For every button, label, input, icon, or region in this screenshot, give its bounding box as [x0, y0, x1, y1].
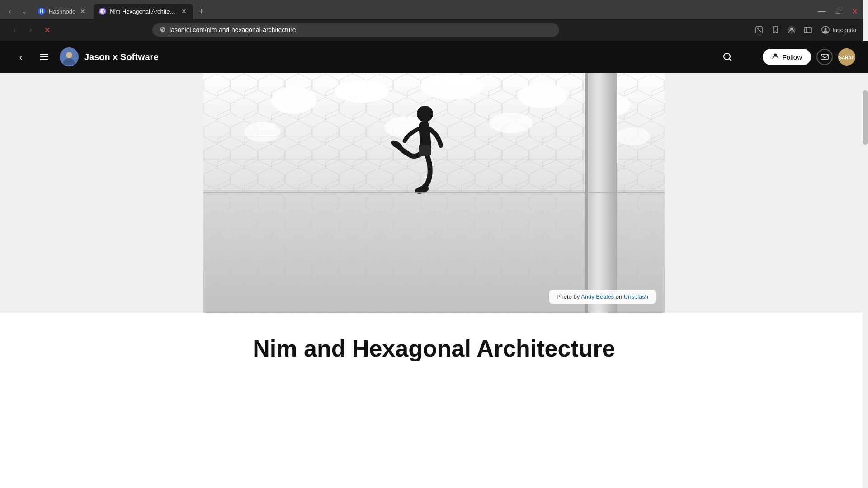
svg-point-33: [244, 122, 280, 142]
bookmark-icon[interactable]: [768, 23, 783, 37]
no-image-icon[interactable]: [752, 23, 766, 37]
site-nav: ‹ Jason x Software: [0, 41, 868, 73]
url-text: jasonlei.com/nim-and-hexagonal-architect…: [170, 26, 296, 33]
tab-hashnode[interactable]: H Hashnode ✕: [33, 4, 92, 19]
tab-nim[interactable]: N Nim Hexagonal Architecture ✕: [94, 4, 193, 19]
article-title: Nim and Hexagonal Architecture: [231, 334, 637, 362]
platform-link[interactable]: Unsplash: [624, 293, 648, 300]
tab-label-nim: Nim Hexagonal Architecture: [110, 8, 177, 15]
article-title-section: Nim and Hexagonal Architecture: [0, 313, 868, 373]
incognito-badge: Incognito: [817, 24, 861, 36]
reload-button[interactable]: ✕: [40, 23, 54, 37]
svg-text:SARAH: SARAH: [839, 55, 855, 60]
svg-rect-19: [821, 54, 828, 60]
svg-line-17: [729, 59, 731, 61]
sidebar-toggle[interactable]: [801, 23, 815, 37]
svg-point-28: [271, 87, 316, 114]
tab-nav-dropdown[interactable]: ⌄: [18, 5, 31, 18]
site-nav-menu-button[interactable]: [36, 49, 52, 65]
svg-rect-6: [804, 27, 811, 33]
hero-section: Photo by Andy Beales on Unsplash: [0, 73, 868, 313]
site-logo-title: Jason x Software: [84, 52, 159, 62]
tab-close-nim[interactable]: ✕: [180, 8, 188, 15]
close-button[interactable]: ✕: [848, 5, 861, 18]
photo-credit: Photo by Andy Beales on Unsplash: [549, 290, 656, 304]
site-logo[interactable]: Jason x Software: [60, 47, 159, 66]
svg-point-35: [489, 113, 533, 133]
svg-point-36: [616, 127, 650, 145]
profile-icon[interactable]: [784, 23, 799, 37]
svg-point-9: [825, 28, 827, 30]
svg-point-31: [518, 83, 567, 108]
nav-buttons: ‹ › ✕: [7, 23, 54, 37]
browser-chrome: ‹ ⌄ H Hashnode ✕ N Nim Hexagonal Archite…: [0, 0, 868, 41]
hero-image: Photo by Andy Beales on Unsplash: [203, 73, 665, 313]
site-content: ‹ Jason x Software: [0, 41, 868, 373]
address-bar-right-buttons: Incognito: [752, 23, 861, 37]
search-button[interactable]: [719, 49, 736, 65]
tab-favicon-nim: N: [99, 8, 106, 15]
security-icon: [160, 26, 166, 34]
svg-point-29: [335, 80, 389, 103]
follow-label: Follow: [783, 53, 802, 61]
user-avatar[interactable]: SARAH: [838, 48, 855, 66]
tab-close-hashnode[interactable]: ✕: [79, 8, 86, 15]
maximize-button[interactable]: □: [832, 5, 844, 18]
window-controls: — □ ✕: [816, 5, 864, 18]
photo-credit-prefix: Photo by: [557, 293, 581, 300]
minimize-button[interactable]: —: [816, 5, 828, 18]
svg-point-15: [66, 52, 72, 58]
svg-rect-50: [419, 144, 431, 156]
dark-mode-button[interactable]: [741, 49, 757, 65]
scrollbar[interactable]: [863, 0, 868, 488]
svg-text:N: N: [102, 10, 104, 13]
tab-bar: ‹ ⌄ H Hashnode ✕ N Nim Hexagonal Archite…: [0, 0, 868, 19]
follow-button[interactable]: Follow: [763, 49, 811, 65]
url-bar[interactable]: jasonlei.com/nim-and-hexagonal-architect…: [152, 23, 559, 37]
svg-point-30: [420, 74, 484, 99]
follow-person-icon: [772, 52, 779, 61]
forward-button[interactable]: ›: [24, 23, 38, 37]
site-nav-back-button[interactable]: ‹: [13, 49, 29, 65]
nav-right: Follow SARAH: [719, 48, 855, 66]
back-button[interactable]: ‹: [7, 23, 22, 37]
email-newsletter-button[interactable]: [816, 49, 833, 65]
tab-nav-back[interactable]: ‹: [4, 5, 16, 18]
new-tab-button[interactable]: +: [195, 5, 208, 18]
address-bar: ‹ › ✕ jasonlei.com/nim-and-hexagonal-arc…: [0, 19, 868, 41]
svg-line-3: [757, 28, 761, 32]
scrollbar-thumb[interactable]: [863, 90, 868, 145]
photo-credit-on: on: [614, 293, 624, 300]
site-logo-avatar: [60, 47, 79, 66]
svg-point-46: [417, 106, 433, 122]
hero-image-container: Photo by Andy Beales on Unsplash: [203, 73, 665, 313]
hero-svg: [203, 73, 665, 313]
photographer-link[interactable]: Andy Beales: [581, 293, 614, 300]
tab-label-hashnode: Hashnode: [49, 8, 75, 15]
site-logo-avatar-inner: [60, 47, 79, 66]
tab-favicon-hashnode: H: [38, 8, 45, 15]
incognito-label: Incognito: [832, 27, 856, 33]
